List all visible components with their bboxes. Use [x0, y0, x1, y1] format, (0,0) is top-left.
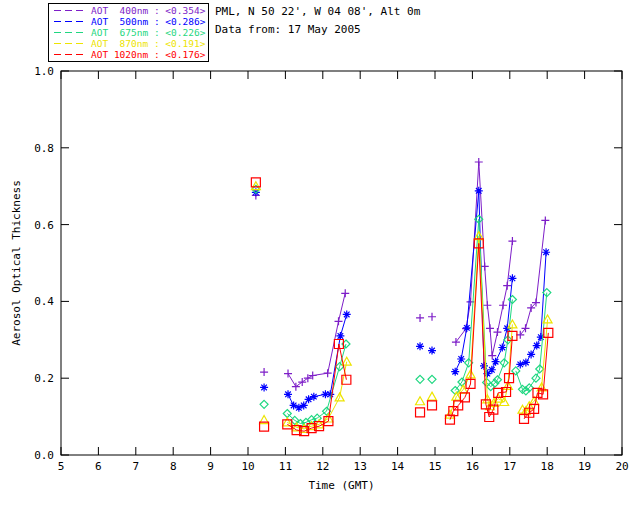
asterisk-marker — [492, 358, 500, 366]
asterisk-marker — [428, 347, 436, 355]
asterisk-marker — [527, 350, 535, 358]
asterisk-marker — [284, 390, 292, 398]
plus-marker — [416, 314, 424, 322]
y-tick-label: 0.6 — [34, 219, 54, 232]
legend-dash-sample — [53, 51, 86, 58]
plus-marker — [541, 216, 549, 224]
asterisk-marker — [542, 248, 550, 256]
legend-entry-675nm: AOT 675nm : <0.226> — [53, 27, 205, 38]
legend-box: AOT 400nm : <0.354>AOT 500nm : <0.286>AO… — [48, 3, 209, 62]
x-tick-label: 15 — [428, 460, 441, 473]
asterisk-marker — [516, 360, 524, 368]
data-date: Data from: 17 May 2005 — [215, 23, 361, 36]
x-tick-label: 17 — [503, 460, 516, 473]
plus-marker — [324, 369, 332, 377]
series-870nm — [251, 182, 552, 433]
asterisk-marker — [336, 332, 344, 340]
legend-dash-sample — [53, 18, 86, 25]
diamond-marker — [416, 375, 424, 383]
asterisk-marker — [343, 310, 351, 318]
x-tick-label: 8 — [170, 460, 177, 473]
series-line — [288, 315, 347, 408]
x-tick-label: 11 — [279, 460, 292, 473]
asterisk-marker — [260, 383, 268, 391]
legend-entry-500nm: AOT 500nm : <0.286> — [53, 16, 205, 27]
x-tick-label: 20 — [615, 460, 628, 473]
asterisk-marker — [488, 366, 496, 374]
plus-marker — [284, 370, 292, 378]
legend-label: AOT 675nm : <0.226> — [91, 27, 205, 38]
asterisk-marker — [508, 274, 516, 282]
aot-plot-screen: 5678910111213141516171819200.00.20.40.60… — [0, 0, 640, 512]
asterisk-marker — [498, 343, 506, 351]
plus-marker — [503, 282, 511, 290]
x-tick-label: 14 — [391, 460, 405, 473]
x-tick-label: 19 — [578, 460, 591, 473]
x-tick-label: 7 — [132, 460, 139, 473]
plus-marker — [298, 378, 306, 386]
asterisk-marker — [451, 368, 459, 376]
plus-marker — [292, 383, 300, 391]
series-500nm — [252, 187, 550, 412]
legend-label: AOT 870nm : <0.191> — [91, 38, 205, 49]
x-tick-label: 18 — [541, 460, 554, 473]
asterisk-marker — [463, 324, 471, 332]
legend-entry-870nm: AOT 870nm : <0.191> — [53, 38, 205, 49]
legend-label: AOT 500nm : <0.286> — [91, 16, 205, 27]
y-tick-label: 0.8 — [34, 142, 54, 155]
aot-time-series-plot: 5678910111213141516171819200.00.20.40.60… — [0, 0, 640, 512]
y-tick-label: 1.0 — [34, 65, 54, 78]
station-info: PML, N 50 22', W 04 08', Alt 0m — [215, 5, 420, 18]
x-tick-label: 10 — [241, 460, 254, 473]
plus-marker — [483, 301, 491, 309]
legend-entry-1020nm: AOT 1020nm : <0.176> — [53, 49, 205, 60]
series-400nm — [252, 158, 549, 391]
x-tick-label: 5 — [58, 460, 65, 473]
x-tick-label: 12 — [316, 460, 329, 473]
plus-marker — [335, 317, 343, 325]
y-tick-label: 0.4 — [34, 295, 54, 308]
plus-marker — [508, 237, 516, 245]
asterisk-marker — [475, 187, 483, 195]
plus-marker — [493, 328, 501, 336]
plus-marker — [486, 324, 494, 332]
plus-marker — [499, 301, 507, 309]
legend-entry-400nm: AOT 400nm : <0.354> — [53, 5, 205, 16]
x-tick-label: 6 — [95, 460, 102, 473]
triangle-marker — [428, 392, 437, 400]
legend-dash-sample — [53, 29, 86, 36]
plus-marker — [475, 158, 483, 166]
plus-marker — [428, 313, 436, 321]
x-axis-title: Time (GMT) — [308, 479, 374, 492]
triangle-marker — [416, 397, 425, 405]
legend-label: AOT 1020nm : <0.176> — [91, 49, 205, 60]
plus-marker — [341, 289, 349, 297]
asterisk-marker — [533, 342, 541, 350]
plus-marker — [481, 262, 489, 270]
legend-dash-sample — [53, 40, 86, 47]
asterisk-marker — [310, 393, 318, 401]
plus-marker — [452, 338, 460, 346]
asterisk-marker — [416, 342, 424, 350]
y-axis-title: Aerosol Optical Thickness — [10, 180, 23, 346]
square-marker — [416, 408, 425, 417]
square-marker — [428, 401, 437, 410]
y-tick-label: 0.0 — [34, 449, 54, 462]
asterisk-marker — [300, 401, 308, 409]
y-tick-label: 0.2 — [34, 372, 54, 385]
plus-marker — [260, 368, 268, 376]
x-tick-label: 16 — [466, 460, 479, 473]
diamond-marker — [428, 375, 436, 383]
series-1020nm — [251, 178, 552, 436]
diamond-marker — [260, 400, 268, 408]
x-tick-label: 13 — [354, 460, 367, 473]
legend-label: AOT 400nm : <0.354> — [91, 5, 205, 16]
asterisk-marker — [457, 355, 465, 363]
x-tick-label: 9 — [207, 460, 214, 473]
asterisk-marker — [522, 358, 530, 366]
legend-dash-sample — [53, 7, 86, 14]
